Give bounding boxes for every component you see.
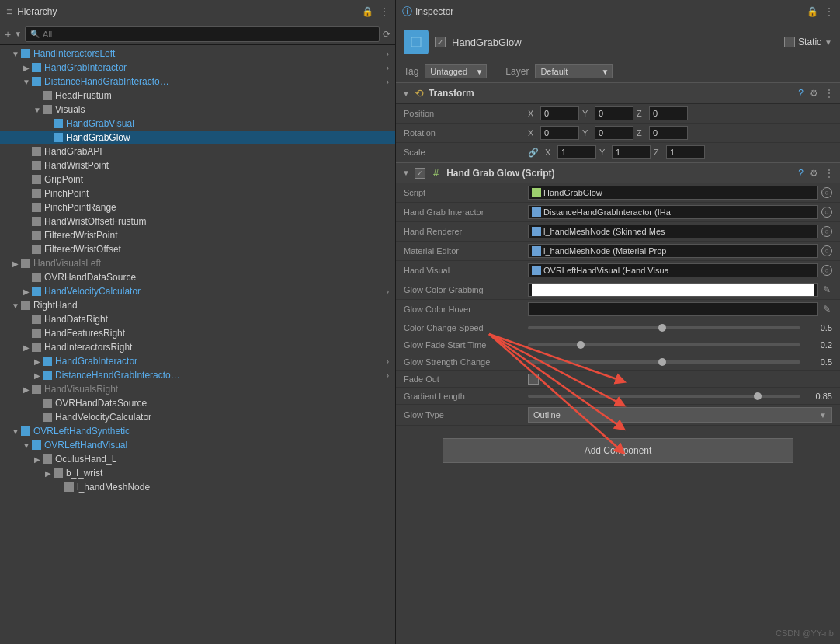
color-change-speed-slider[interactable]: 0.5 [528,323,832,332]
tree-item-OVRHandDataSource-right[interactable]: ▶ OVRHandDataSource [0,396,395,410]
tree-item-OculusHand_L[interactable]: ▶ OculusHand_L [0,452,395,466]
prop-label-glow-strength-change: Glow Strength Change [404,357,528,367]
tree-item-PinchPointRange[interactable]: ▶ PinchPointRange [0,200,395,214]
hand-grab-interactor-link[interactable]: ○ [821,207,832,218]
slider-thumb[interactable] [658,324,666,332]
rotation-z-input[interactable] [649,126,688,140]
tree-item-HandGrabInteractor-left[interactable]: ▶ HandGrabInteractor › [0,61,395,75]
lock-icon[interactable]: 🔒 [807,6,818,17]
transform-more-icon[interactable]: ⋮ [824,88,834,99]
tree-item-FilteredWristPoint[interactable]: ▶ FilteredWristPoint [0,228,395,242]
hand-visual-link[interactable]: ○ [821,265,832,276]
script-checkbox[interactable]: ✓ [415,168,425,179]
tree-item-DistanceHandGrabInteractor[interactable]: ▼ DistanceHandGrabInteracto… › [0,75,395,89]
tree-label: Visuals [55,104,85,115]
tree-item-HandFeaturesRight[interactable]: ▶ HandFeaturesRight [0,326,395,340]
cube-icon [31,188,42,199]
slider-thumb[interactable] [754,392,762,400]
glow-strength-change-slider[interactable]: 0.5 [528,357,832,367]
more-icon[interactable]: ⋮ [380,6,389,17]
scale-x-input[interactable] [557,145,596,159]
tree-item-HandDataRight[interactable]: ▶ HandDataRight [0,312,395,326]
transform-expand-arrow: ▼ [402,89,410,98]
transform-settings-icon[interactable]: ⚙ [810,88,818,99]
tree-item-HandVisualsRight[interactable]: ▶ HandVisualsRight [0,382,395,396]
position-y-input[interactable] [595,106,633,120]
hand-renderer-field[interactable]: l_handMeshNode (Skinned Mes [528,225,818,238]
material-editor-link[interactable]: ○ [821,245,832,256]
x-label: X [528,128,537,138]
info-icon: ⓘ [402,5,412,19]
tree-item-HandVelocityCalculator-right[interactable]: ▶ HandVelocityCalculator [0,410,395,424]
hand-renderer-link[interactable]: ○ [821,226,832,237]
script-component-header[interactable]: ▼ ✓ # Hand Grab Glow (Script) ? ⚙ ⋮ [396,162,840,183]
add-component-button[interactable]: Add Component [443,438,793,463]
tree-item-GripPoint[interactable]: ▶ GripPoint [0,172,395,186]
script-link-icon[interactable]: ○ [821,187,832,198]
tree-item-HandGrabGlow[interactable]: ▶ HandGrabGlow [0,131,395,144]
layer-dropdown[interactable]: Default ▼ [535,64,613,78]
glow-color-grabbing-field[interactable] [528,283,818,297]
hand-grab-interactor-field[interactable]: DistanceHandGrabInteractor (IHa [528,205,818,219]
tree-item-DistanceHandGrabInteractor-right[interactable]: ▶ DistanceHandGrabInteracto… › [0,368,395,382]
tree-item-FilteredWristOffset[interactable]: ▶ FilteredWristOffset [0,242,395,256]
static-checkbox[interactable] [784,37,795,47]
tree-item-OVRHandDataSource[interactable]: ▶ OVRHandDataSource [0,270,395,284]
tree-item-Visuals[interactable]: ▼ Visuals [0,103,395,117]
gradient-length-slider[interactable]: 0.85 [528,392,832,401]
position-z-input[interactable] [649,106,688,120]
tree-item-HandVisualsLeft[interactable]: ▶ HandVisualsLeft [0,256,395,270]
script-field[interactable]: HandGrabGlow [528,186,818,200]
gameobject-name: HandGrabGlow [452,37,778,48]
transform-info-icon[interactable]: ? [798,88,804,99]
tree-item-RightHand[interactable]: ▼ RightHand [0,298,395,312]
tree-item-OVRLeftHandVisual[interactable]: ▼ OVRLeftHandVisual [0,438,395,452]
tree-item-HeadFrustum[interactable]: ▶ HeadFrustum [0,89,395,103]
prop-value-hand-grab-interactor: DistanceHandGrabInteractor (IHa ○ [528,205,832,219]
tree-item-HandInteractorsRight[interactable]: ▶ HandInteractorsRight [0,340,395,354]
glow-type-arrow: ▼ [819,411,827,419]
tree-item-l_handMeshNode[interactable]: ▶ l_handMeshNode [0,480,395,494]
tree-item-HandVelocityCalculator-left[interactable]: ▶ HandVelocityCalculator › [0,284,395,298]
transform-component-header[interactable]: ▼ ⟲ Transform ? ⚙ ⋮ [396,82,840,104]
lock-icon[interactable]: 🔒 [362,6,373,17]
tree-item-HandGrabInteractor-right[interactable]: ▶ HandGrabInteractor › [0,354,395,368]
tree-item-HandWristOffsetFrustum[interactable]: ▶ HandWristOffsetFrustum [0,214,395,228]
slider-thumb[interactable] [577,341,585,349]
tree-item-HandGrabVisual[interactable]: ▶ HandGrabVisual [0,117,395,131]
glow-type-dropdown[interactable]: Outline ▼ [528,407,832,423]
script-info-icon[interactable]: ? [798,168,804,179]
search-bar[interactable]: 🔍 All [25,26,380,42]
script-settings-icon[interactable]: ⚙ [810,168,818,179]
tag-dropdown[interactable]: Untagged ▼ [425,64,487,78]
tree-item-b_l_wrist[interactable]: ▶ b_l_wrist [0,466,395,480]
tree-label: HandVisualsLeft [33,258,101,269]
rotation-y-input[interactable] [595,126,633,140]
tree-item-HandInteractorsLeft[interactable]: ▼ HandInteractorsLeft › [0,47,395,61]
tree-label: HandDataRight [44,314,108,325]
static-dropdown-arrow[interactable]: ▼ [824,38,832,47]
glow-color-hover-field[interactable] [528,302,818,316]
prop-value-material-editor: l_handMeshNode (Material Prop ○ [528,244,832,258]
hand-visual-field[interactable]: OVRLeftHandVisual (Hand Visua [528,263,818,277]
more-icon[interactable]: ⋮ [824,6,834,17]
glow-color-grabbing-pencil[interactable]: ✎ [821,284,832,295]
tree-label: OVRHandDataSource [55,398,147,409]
gameobject-active-checkbox[interactable]: ✓ [435,37,446,47]
slider-thumb[interactable] [658,358,666,366]
refresh-icon[interactable]: ⟳ [383,29,390,40]
position-x-input[interactable] [540,106,579,120]
tree-item-PinchPoint[interactable]: ▶ PinchPoint [0,186,395,200]
glow-fade-start-time-slider[interactable]: 0.2 [528,340,832,350]
fade-out-checkbox[interactable] [528,374,539,385]
tree-item-HandWristPoint[interactable]: ▶ HandWristPoint [0,158,395,172]
tree-item-HandGrabAPI[interactable]: ▶ HandGrabAPI [0,144,395,158]
scale-z-input[interactable] [666,145,705,159]
rotation-x-input[interactable] [540,126,579,140]
script-more-icon[interactable]: ⋮ [824,168,834,179]
glow-color-hover-pencil[interactable]: ✎ [821,304,832,315]
scale-y-input[interactable] [612,145,651,159]
tree-item-OVRLeftHandSynthetic[interactable]: ▼ OVRLeftHandSynthetic [0,424,395,438]
add-button[interactable]: + [5,28,11,40]
material-editor-field[interactable]: l_handMeshNode (Material Prop [528,244,818,258]
